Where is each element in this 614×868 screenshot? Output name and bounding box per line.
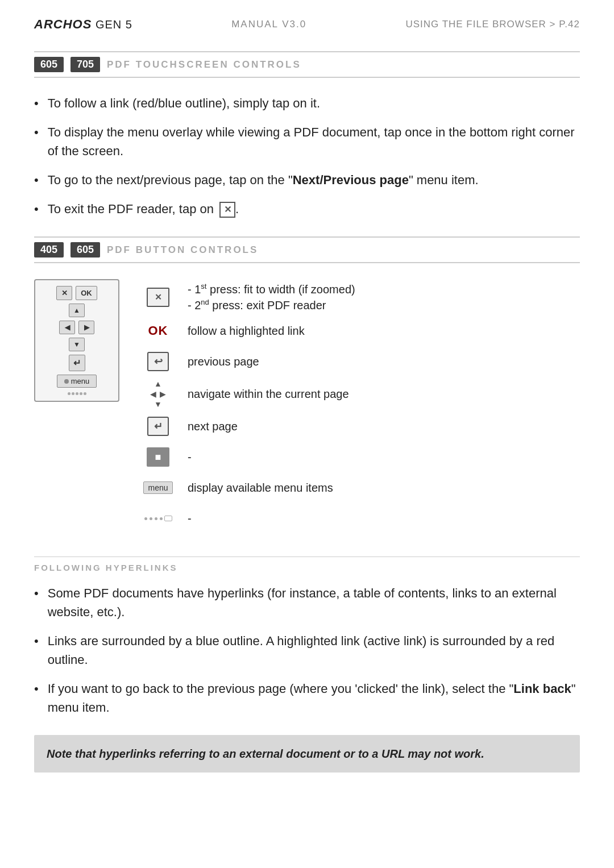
device-left-btn: ◀ bbox=[59, 321, 75, 334]
section3-title: FOLLOWING HYPERLINKS bbox=[34, 563, 580, 572]
badge-705-touch: 705 bbox=[70, 57, 100, 72]
ctrl-row-speaker: ■ - bbox=[142, 442, 580, 472]
prev-page-icon: ↩ bbox=[147, 352, 169, 371]
ctrl-text-x: - 1st press: fit to width (if zoomed) - … bbox=[188, 281, 355, 313]
ctrl-text-speaker: - bbox=[188, 449, 192, 465]
bullet-text: Some PDF documents have hyperlinks (for … bbox=[48, 584, 580, 621]
section1-bar: 605 705 PDF TOUCHSCREEN CONTROLS bbox=[34, 51, 580, 78]
ctrl-text-ok: follow a highlighted link bbox=[188, 323, 305, 339]
section2-bar: 405 605 PDF BUTTON CONTROLS bbox=[34, 236, 580, 263]
device-speaker bbox=[68, 392, 86, 395]
ctrl-text-dots: - bbox=[188, 510, 192, 526]
dots-icon bbox=[144, 516, 172, 521]
brand-title: ARCHOS GEN 5 bbox=[34, 17, 132, 32]
ctrl-icon-x: ✕ bbox=[142, 288, 174, 307]
ctrl-text-nav: navigate within the current page bbox=[188, 386, 349, 402]
list-item: To exit the PDF reader, tap on ✕. bbox=[34, 200, 580, 218]
ctrl-icon-nav: ▲ ◀ ▶ ▼ bbox=[142, 379, 174, 409]
ctrl-row-next: ↵ next page bbox=[142, 411, 580, 442]
device-up-btn: ▲ bbox=[69, 304, 85, 317]
hyperlinks-bullet-list: Some PDF documents have hyperlinks (for … bbox=[34, 584, 580, 717]
device-ok-btn: OK bbox=[76, 286, 97, 300]
ctrl-icon-prev: ↩ bbox=[142, 352, 174, 371]
list-item: To display the menu overlay while viewin… bbox=[34, 123, 580, 160]
ctrl-icon-next: ↵ bbox=[142, 417, 174, 436]
ctrl-icon-speaker: ■ bbox=[142, 447, 174, 467]
menu-text-icon: menu bbox=[143, 481, 172, 494]
x-icon: ✕ bbox=[147, 288, 169, 307]
nav-arrows-icon: ▲ ◀ ▶ ▼ bbox=[150, 379, 166, 409]
device-illustration: ✕ OK ▲ ◀ ▶ ▼ ↵ menu bbox=[34, 279, 119, 402]
device-menu-btn: menu bbox=[57, 375, 97, 388]
list-item: Links are surrounded by a blue outline. … bbox=[34, 632, 580, 669]
menu-dot-icon bbox=[64, 379, 69, 384]
next-page-icon: ↵ bbox=[147, 417, 169, 436]
bullet-text: To follow a link (red/blue outline), sim… bbox=[48, 94, 320, 113]
list-item: Some PDF documents have hyperlinks (for … bbox=[34, 584, 580, 621]
bullet-text: To go to the next/previous page, tap on … bbox=[48, 171, 479, 189]
touchscreen-bullet-list: To follow a link (red/blue outline), sim… bbox=[34, 94, 580, 218]
device-nextpage-btn: ↵ bbox=[69, 355, 85, 371]
pdf-button-section: ✕ OK ▲ ◀ ▶ ▼ ↵ menu bbox=[34, 279, 580, 534]
ctrl-row-prev: ↩ previous page bbox=[142, 346, 580, 377]
bullet-text: Links are surrounded by a blue outline. … bbox=[48, 632, 580, 669]
ctrl-text-menu: display available menu items bbox=[188, 480, 333, 496]
ctrl-text-next: next page bbox=[188, 418, 238, 434]
page-header: ARCHOS GEN 5 MANUAL V3.0 USING THE FILE … bbox=[34, 17, 580, 35]
list-item: If you want to go back to the previous p… bbox=[34, 679, 580, 717]
device-right-btn: ▶ bbox=[78, 321, 94, 334]
badge-605-btn: 605 bbox=[70, 242, 100, 258]
device-x-btn: ✕ bbox=[56, 286, 72, 300]
menu-label: menu bbox=[71, 377, 90, 385]
ctrl-icon-ok: OK bbox=[142, 323, 174, 338]
device-down-btn: ▼ bbox=[69, 338, 85, 351]
badge-605-touch: 605 bbox=[34, 57, 64, 72]
ctrl-row-nav: ▲ ◀ ▶ ▼ navigate within the current page bbox=[142, 377, 580, 411]
ctrl-row-x: ✕ - 1st press: fit to width (if zoomed) … bbox=[142, 279, 580, 315]
ctrl-text-prev: previous page bbox=[188, 354, 259, 369]
gen-label: GEN 5 bbox=[96, 18, 132, 31]
list-item: To go to the next/previous page, tap on … bbox=[34, 171, 580, 189]
section2-title: PDF BUTTON CONTROLS bbox=[107, 244, 258, 256]
nav-label: USING THE FILE BROWSER > P.42 bbox=[405, 19, 580, 30]
ctrl-row-ok: OK follow a highlighted link bbox=[142, 315, 580, 346]
list-item: To follow a link (red/blue outline), sim… bbox=[34, 94, 580, 113]
ctrl-row-dots: - bbox=[142, 503, 580, 534]
note-box: Note that hyperlinks referring to an ext… bbox=[34, 735, 580, 773]
section3-container: FOLLOWING HYPERLINKS Some PDF documents … bbox=[34, 556, 580, 773]
brand-name: ARCHOS bbox=[34, 17, 92, 31]
ctrl-icon-menu: menu bbox=[142, 481, 174, 494]
ok-text-icon: OK bbox=[148, 323, 168, 338]
bullet-text: To exit the PDF reader, tap on ✕. bbox=[48, 200, 239, 218]
section1-title: PDF TOUCHSCREEN CONTROLS bbox=[107, 59, 301, 70]
bullet-text: To display the menu overlay while viewin… bbox=[48, 123, 580, 160]
badge-405: 405 bbox=[34, 242, 64, 258]
close-icon: ✕ bbox=[219, 202, 235, 218]
bullet-text: If you want to go back to the previous p… bbox=[48, 679, 580, 717]
ctrl-row-menu: menu display available menu items bbox=[142, 472, 580, 503]
ctrl-icon-dots bbox=[142, 516, 174, 521]
controls-description: ✕ - 1st press: fit to width (if zoomed) … bbox=[142, 279, 580, 534]
device-row-top: ✕ OK bbox=[40, 286, 114, 300]
speaker-icon: ■ bbox=[147, 447, 169, 467]
manual-label: MANUAL V3.0 bbox=[231, 19, 306, 30]
note-text: Note that hyperlinks referring to an ext… bbox=[47, 747, 484, 760]
